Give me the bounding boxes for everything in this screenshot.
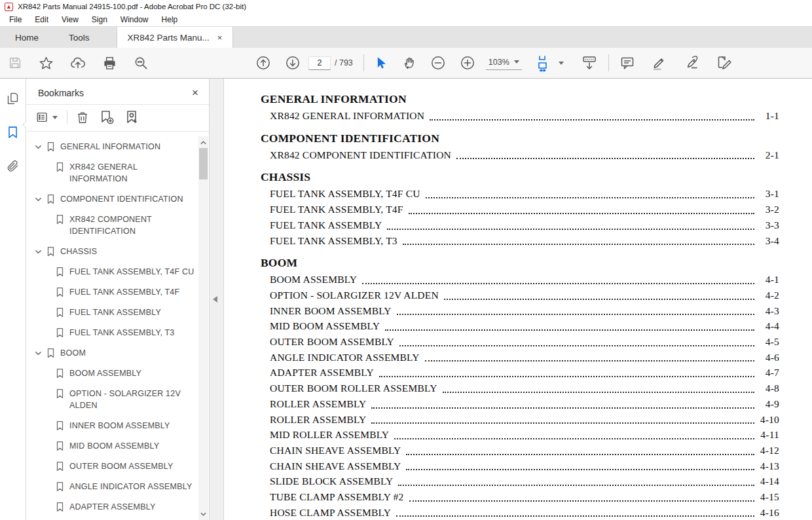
zoom-level-control[interactable]: 103% (486, 56, 522, 70)
edit-pdf-icon[interactable] (714, 53, 734, 73)
toc-entry[interactable]: FUEL TANK ASSEMBLY, T4F CU3-1 (261, 186, 779, 202)
toc-entry[interactable]: CHAIN SHEAVE ASSEMBLY4-13 (261, 458, 779, 474)
comment-icon[interactable] (618, 54, 637, 72)
bookmark-icon (46, 348, 55, 358)
zoom-out-icon[interactable] (429, 54, 447, 72)
chevron-down-icon[interactable] (34, 195, 43, 204)
bookmarks-panel-icon[interactable] (7, 125, 19, 139)
toc-entry[interactable]: FUEL TANK ASSEMBLY, T4F3-2 (261, 202, 779, 217)
toc-dot-leader (425, 360, 754, 362)
bookmark-item[interactable]: MID BOOM ASSEMBLY (34, 437, 194, 458)
toc-entry[interactable]: SLIDE BLOCK ASSEMBLY4-14 (261, 474, 779, 489)
toc-page-number: 4-15 (758, 489, 779, 505)
toc-dot-leader (371, 422, 754, 424)
toc-entry[interactable]: MID ROLLER ASSEMBLY4-11 (261, 427, 779, 443)
toc-entry[interactable]: CHAIN SHEAVE ASSEMBLY4-12 (261, 443, 779, 458)
bookmark-item[interactable]: FUEL TANK ASSEMBLY (34, 304, 194, 324)
next-page-icon[interactable] (284, 54, 302, 72)
tab-document[interactable]: XR842 Parts Manu...× (117, 27, 234, 48)
toc-entry[interactable]: INNER BOOM ASSEMBLY4-3 (261, 303, 779, 319)
bookmark-item[interactable]: FUEL TANK ASSEMBLY, T4F CU (34, 263, 194, 284)
bookmark-item[interactable]: OUTER BOOM ASSEMBLY (34, 458, 194, 478)
toc-entry[interactable]: XR842 GENERAL INFORMATION1-1 (261, 108, 779, 124)
toc-entry[interactable]: XR842 COMPONENT IDENTIFICATION2-1 (261, 147, 779, 163)
toc-page-number: 4-2 (758, 288, 779, 303)
menu-help[interactable]: Help (155, 14, 185, 26)
previous-page-icon[interactable] (254, 54, 272, 72)
toc-entry[interactable]: ROLLER ASSEMBLY4-10 (261, 412, 779, 428)
toc-entry[interactable]: MID BOOM ASSEMBLY4-4 (261, 318, 779, 334)
scrolling-mode-icon[interactable] (580, 53, 599, 73)
highlight-icon[interactable] (650, 54, 669, 73)
select-tool-icon[interactable] (372, 54, 389, 71)
menu-sign[interactable]: Sign (85, 14, 114, 26)
toc-entry[interactable]: FUEL TANK ASSEMBLY3-3 (261, 217, 779, 233)
toc-entry[interactable]: BOOM ASSEMBLY4-1 (261, 272, 779, 288)
menu-view[interactable]: View (55, 14, 85, 26)
chevron-down-icon[interactable] (34, 143, 43, 151)
toc-entry[interactable]: OPTION - SOLARGIZER 12V ALDEN4-2 (261, 288, 779, 303)
tab-home[interactable]: Home (0, 27, 54, 48)
bookmark-icon (46, 246, 55, 257)
chevron-down-icon[interactable] (559, 62, 564, 65)
share-cloud-upload-icon[interactable] (69, 54, 87, 72)
toc-entry-label: FUEL TANK ASSEMBLY, T3 (270, 233, 397, 249)
toc-entry[interactable]: OUTER BOOM ROLLER ASSEMBLY4-8 (261, 381, 779, 396)
bookmark-item[interactable]: BOOM ASSEMBLY (34, 365, 194, 385)
toc-entry[interactable]: ADAPTER ASSEMBLY4-7 (261, 365, 779, 381)
toc-page-number: 1-1 (758, 108, 779, 124)
bookmark-item[interactable]: CHASSIS (34, 243, 194, 263)
panel-resize-gutter[interactable] (210, 79, 224, 520)
find-current-bookmark-icon[interactable] (124, 109, 139, 125)
toc-entry[interactable]: FUEL TANK ASSEMBLY, T33-4 (261, 233, 779, 249)
chevron-down-icon[interactable] (34, 248, 43, 256)
toc-entry[interactable]: ANGLE INDICATOR ASSEMBLY4-6 (261, 350, 779, 365)
bookmark-item[interactable]: FUEL TANK ASSEMBLY, T4F (34, 284, 194, 304)
menu-file[interactable]: File (3, 14, 28, 26)
bookmark-item[interactable]: ADAPTER ASSEMBLY (34, 498, 194, 519)
bookmark-options-icon[interactable] (35, 110, 58, 124)
toc-entry-label: OUTER BOOM ROLLER ASSEMBLY (270, 381, 437, 396)
bookmark-item[interactable]: XR842 GENERAL INFORMATION (34, 158, 194, 191)
menu-window[interactable]: Window (114, 14, 155, 26)
attachments-paperclip-icon[interactable] (6, 159, 20, 173)
navigation-rail (0, 79, 26, 520)
toc-entry[interactable]: HOSE CLAMP ASSEMBLY4-16 (261, 505, 779, 520)
scroll-up-icon[interactable] (198, 138, 208, 147)
add-bookmark-icon[interactable] (99, 109, 115, 125)
bookmark-item[interactable]: FUEL TANK ASSEMBLY, T3 (34, 324, 194, 344)
hand-tool-icon[interactable] (401, 54, 418, 72)
toc-page-number: 4-10 (758, 412, 779, 428)
bookmark-item[interactable]: ANGLE INDICATOR ASSEMBLY (34, 478, 194, 498)
bookmarks-scrollbar[interactable] (198, 136, 208, 520)
chevron-down-icon[interactable] (34, 349, 43, 358)
delete-bookmark-trash-icon[interactable] (75, 110, 90, 124)
scrollbar-thumb[interactable] (199, 148, 208, 179)
title-bar: ▲ XR842 Parts Manual 24915-100.pdf - Ado… (0, 0, 812, 13)
fit-width-icon[interactable] (536, 53, 555, 73)
menu-edit[interactable]: Edit (28, 14, 55, 26)
bookmark-item[interactable]: COMPONENT IDENTIFICATION (34, 191, 194, 211)
page-number-input[interactable] (308, 56, 331, 70)
fill-and-sign-icon[interactable] (682, 53, 701, 73)
bookmark-item[interactable]: XR842 COMPONENT IDENTIFICATION (34, 211, 194, 243)
tab-close-icon[interactable]: × (217, 33, 223, 42)
toc-entry[interactable]: ROLLER ASSEMBLY4-9 (261, 396, 779, 412)
print-icon[interactable] (101, 54, 119, 72)
zoom-in-icon[interactable] (458, 54, 477, 72)
toc-entry[interactable]: OUTER BOOM ASSEMBLY4-5 (261, 334, 779, 350)
scroll-down-icon[interactable] (198, 509, 208, 519)
toc-page-number: 4-9 (758, 396, 779, 412)
bookmark-item[interactable]: INNER BOOM ASSEMBLY (34, 417, 194, 437)
tab-tools[interactable]: Tools (54, 27, 105, 48)
bookmark-item[interactable]: GENERAL INFORMATION (34, 138, 194, 158)
collapse-panel-icon[interactable] (213, 296, 217, 303)
search-icon[interactable] (132, 54, 150, 72)
page-thumbnails-icon[interactable] (6, 92, 20, 105)
save-icon[interactable] (7, 54, 24, 71)
toc-entry[interactable]: TUBE CLAMP ASSEMBLY #24-15 (261, 489, 779, 505)
star-favorite-icon[interactable] (37, 54, 55, 72)
bookmark-item[interactable]: OPTION - SOLARGIZER 12V ALDEN (34, 385, 194, 417)
close-icon[interactable]: × (192, 87, 198, 98)
bookmark-item[interactable]: BOOM (34, 344, 194, 365)
